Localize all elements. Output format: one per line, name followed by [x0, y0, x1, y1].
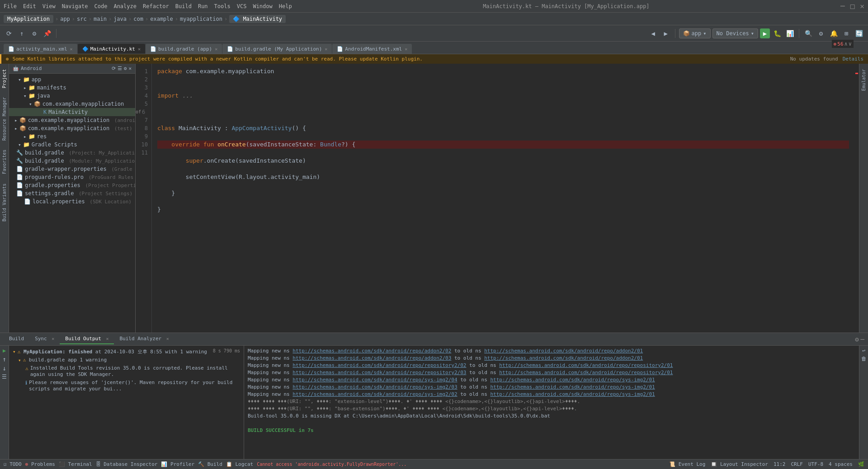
build-filter-icon[interactable]: ☰: [2, 374, 7, 380]
breadcrumb-app-name[interactable]: MyApplication: [4, 15, 53, 23]
log-wrap-icon[interactable]: ↩: [862, 347, 865, 354]
encoding[interactable]: UTF-8: [808, 461, 823, 467]
debug-button[interactable]: 🐛: [772, 28, 783, 39]
indent-setting[interactable]: 4 spaces: [829, 461, 853, 467]
sync-tab[interactable]: Sync ✕: [29, 334, 60, 344]
profiler-button[interactable]: 📊 Profiler: [161, 461, 194, 467]
device-selector[interactable]: No Devices ▾: [712, 28, 758, 38]
build-output-close[interactable]: ✕: [106, 336, 108, 341]
settings-button[interactable]: ⚙: [29, 28, 40, 39]
line-ending[interactable]: CRLF: [791, 461, 803, 467]
breadcrumb-myapplication[interactable]: myapplication: [180, 16, 222, 22]
tree-item-settings-gradle[interactable]: 📄 settings.gradle (Project Settings): [9, 189, 135, 197]
build-item-warning-1[interactable]: ⚠ Installed Build Tools revision 35.0.0 …: [9, 364, 244, 379]
log-link-13[interactable]: http://schemas.android.com/sdk/android/r…: [292, 391, 457, 397]
file-tab-close-2[interactable]: ✕: [138, 47, 141, 52]
toolbar-extra-1[interactable]: 🔔: [828, 28, 839, 39]
file-tab-activity-main[interactable]: 📄 activity_main.xml ✕: [4, 44, 77, 54]
build-variants-tab[interactable]: Build Variants: [0, 180, 8, 225]
bottom-panel-minimize-icon[interactable]: ─: [861, 336, 864, 343]
tree-item-app[interactable]: ▾ 📁 app: [9, 75, 135, 84]
menu-analyze[interactable]: Analyze: [113, 3, 137, 9]
emulator-tab[interactable]: Emulator: [860, 66, 868, 94]
bottom-panel-settings-icon[interactable]: ⚙: [855, 336, 859, 343]
logcat-button[interactable]: 📋 Logcat: [226, 461, 253, 467]
favorites-tab[interactable]: Favorites: [0, 146, 8, 178]
breadcrumb-src[interactable]: src: [77, 16, 87, 22]
build-item-info-1[interactable]: ℹ Please remove usages of 'jcenter()'. M…: [9, 379, 244, 393]
file-tab-mainactivity[interactable]: 🔷 MainActivity.kt ✕: [78, 44, 145, 54]
tree-item-gradle-properties[interactable]: 📄 gradle.properties (Project Properties): [9, 181, 135, 189]
tree-item-gradle-scripts[interactable]: ▾ 📁 Gradle Scripts: [9, 141, 135, 149]
toolbar-forward-button[interactable]: ▶: [660, 28, 671, 39]
close-button[interactable]: ✕: [860, 2, 864, 10]
tree-item-mainactivity[interactable]: K MainActivity: [9, 108, 135, 116]
code-area[interactable]: 1 2 3 4 5 of 6 7 8 9 10 11 package com.e…: [136, 64, 859, 333]
menu-file[interactable]: File: [4, 3, 17, 9]
menu-window[interactable]: Window: [253, 3, 272, 9]
log-link-14[interactable]: http://schemas.android.com/sdk/android/r…: [490, 391, 655, 397]
sync-tab-close[interactable]: ✕: [52, 336, 54, 341]
app-selector[interactable]: 📦 app ▾: [679, 28, 711, 38]
file-tab-android-manifest[interactable]: 📄 AndroidManifest.xml ✕: [332, 44, 412, 54]
project-panel-settings-icon[interactable]: ⚙: [124, 66, 127, 71]
log-link-7[interactable]: http://schemas.android.com/sdk/android/r…: [292, 370, 466, 375]
breadcrumb-mainactivity[interactable]: 🔷 MainActivity: [229, 15, 286, 23]
log-link-11[interactable]: http://schemas.android.com/sdk/android/r…: [292, 384, 457, 390]
tree-item-test[interactable]: ▸ 📦 com.example.myapplication (test): [9, 124, 135, 132]
log-link-5[interactable]: http://schemas.android.com/sdk/android/r…: [292, 362, 466, 368]
menu-help[interactable]: Help: [279, 3, 292, 9]
breadcrumb-app[interactable]: app: [60, 16, 70, 22]
build-analyzer-tab[interactable]: Build Analyzer ✕: [114, 334, 174, 344]
build-analyzer-close[interactable]: ✕: [166, 336, 169, 341]
log-clear-icon[interactable]: 🗑: [861, 356, 867, 362]
tree-item-androidtest[interactable]: ▸ 📦 com.example.myapplication (androidTe…: [9, 116, 135, 124]
window-controls[interactable]: ─ □ ✕: [840, 2, 864, 10]
build-output-tab[interactable]: Build Output ✕: [60, 334, 114, 344]
log-link-3[interactable]: http://schemas.android.com/sdk/android/r…: [292, 355, 451, 361]
project-panel-close-icon[interactable]: ✕: [128, 66, 132, 71]
build-item-buildgradle[interactable]: ▾ ⚠ build.gradle app 1 warning: [9, 356, 244, 364]
tree-item-java[interactable]: ▾ 📁 java: [9, 92, 135, 100]
log-link-9[interactable]: http://schemas.android.com/sdk/android/r…: [292, 377, 457, 383]
menu-run[interactable]: Run: [198, 3, 208, 9]
breadcrumb-java[interactable]: java: [113, 16, 127, 22]
breadcrumb-example[interactable]: example: [150, 16, 173, 22]
menu-bar[interactable]: File Edit View Navigate Code Analyze Ref…: [4, 3, 292, 9]
maximize-button[interactable]: □: [850, 2, 855, 10]
build-success-icon[interactable]: ▶: [3, 347, 6, 354]
tree-item-gradle-wrapper[interactable]: 📄 gradle-wrapper.properties (Gradle Vers…: [9, 165, 135, 173]
build-status-button[interactable]: 🔨 Build: [198, 461, 222, 467]
settings-gear-button[interactable]: ⚙: [816, 28, 826, 39]
tree-item-build-gradle-module[interactable]: 🔧 build.gradle (Module: My_Application.a…: [9, 157, 135, 165]
build-scroll-top-icon[interactable]: ↑: [2, 356, 6, 363]
pin-button[interactable]: 📌: [42, 28, 52, 39]
file-tab-close-4[interactable]: ✕: [325, 47, 327, 52]
file-tab-build-gradle-my-app[interactable]: 📄 build.gradle (My Application) ✕: [222, 44, 332, 54]
log-link-8[interactable]: http://schemas.android.com/sdk/android/r…: [499, 370, 673, 375]
build-item-myapplication[interactable]: ▾ ⚠ MyApplication: finished at 2024-10-0…: [9, 347, 244, 356]
minimize-button[interactable]: ─: [840, 2, 845, 10]
tree-item-build-gradle-project[interactable]: 🔧 build.gradle (Project: My_Application): [9, 149, 135, 157]
tree-item-res[interactable]: ▸ 📁 res: [9, 132, 135, 141]
menu-tools[interactable]: Tools: [214, 3, 231, 9]
code-content[interactable]: package com.example.myapplication import…: [152, 64, 854, 333]
sync-button[interactable]: ⟳: [4, 28, 14, 39]
log-link-1[interactable]: http://schemas.android.com/sdk/android/r…: [292, 348, 451, 354]
menu-view[interactable]: View: [42, 3, 56, 9]
run-button[interactable]: ▶: [760, 28, 770, 38]
toolbar-back-button[interactable]: ◀: [648, 28, 659, 39]
menu-edit[interactable]: Edit: [23, 3, 36, 9]
toolbar-extra-3[interactable]: 🔄: [854, 28, 864, 39]
toolbar-extra-2[interactable]: ⊞: [841, 28, 852, 39]
breadcrumb-main[interactable]: main: [94, 16, 107, 22]
details-link[interactable]: Details: [843, 56, 863, 62]
project-tab[interactable]: Project: [0, 66, 8, 92]
tree-item-com-example[interactable]: ▾ 📦 com.example.myapplication: [9, 100, 135, 108]
todo-button[interactable]: ☑ TODO: [4, 461, 22, 467]
resource-manager-tab[interactable]: Resource Manager: [0, 94, 8, 144]
problems-button[interactable]: ⊗ Problems: [25, 461, 55, 467]
menu-code[interactable]: Code: [94, 3, 108, 9]
terminal-button[interactable]: ⬛ Terminal: [59, 461, 92, 467]
project-panel-filter-icon[interactable]: ☰: [118, 66, 122, 71]
